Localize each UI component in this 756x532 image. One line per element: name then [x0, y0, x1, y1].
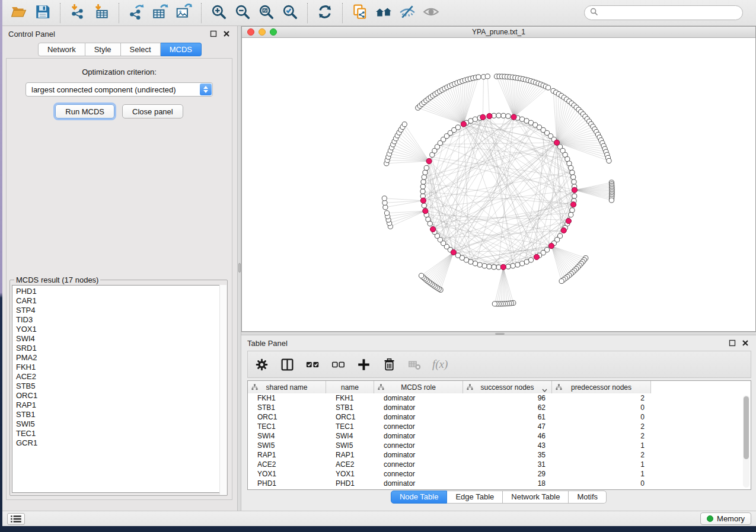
- graph-mcds-node[interactable]: [487, 113, 492, 118]
- graph-node[interactable]: [492, 265, 496, 270]
- mcds-list-scrollbar[interactable]: [219, 285, 227, 495]
- graph-node[interactable]: [570, 208, 575, 213]
- search-box[interactable]: [584, 5, 743, 20]
- mcds-result-item[interactable]: YOX1: [16, 325, 225, 334]
- graph-node[interactable]: [546, 85, 550, 90]
- column-header-predecessor-nodes[interactable]: predecessor nodes: [552, 381, 651, 393]
- mcds-result-item[interactable]: STB5: [16, 382, 225, 391]
- mcds-result-item[interactable]: FKH1: [16, 363, 225, 372]
- mcds-result-item[interactable]: ACE2: [16, 372, 225, 382]
- graph-node[interactable]: [382, 196, 387, 201]
- graph-node[interactable]: [473, 117, 477, 121]
- tab-select[interactable]: Select: [121, 43, 161, 56]
- graph-node[interactable]: [572, 194, 577, 198]
- graph-node[interactable]: [569, 165, 573, 170]
- graph-node[interactable]: [607, 158, 611, 163]
- network-window-titlebar[interactable]: YPA_prune.txt_1: [242, 27, 755, 38]
- table-row[interactable]: SWI5SWI5connector431: [248, 441, 751, 450]
- column-header-shared-name[interactable]: shared name: [248, 381, 326, 393]
- graph-node[interactable]: [473, 261, 477, 266]
- graph-node[interactable]: [487, 264, 492, 269]
- mcds-result-item[interactable]: GCR1: [16, 438, 225, 448]
- graph-node[interactable]: [506, 264, 511, 269]
- graph-node[interactable]: [609, 198, 614, 203]
- table-row[interactable]: YOX1YOX1connector291: [248, 469, 751, 479]
- network-graph[interactable]: [242, 38, 755, 331]
- select-all-icon[interactable]: [305, 357, 320, 372]
- graph-node[interactable]: [559, 278, 564, 283]
- graph-node[interactable]: [569, 212, 573, 217]
- table-row[interactable]: ACE2ACE2connector311: [248, 460, 751, 469]
- table-row[interactable]: RAP1RAP1dominator352: [248, 450, 751, 460]
- graph-mcds-node[interactable]: [500, 264, 506, 270]
- graph-node[interactable]: [482, 264, 487, 268]
- hide-selected-button[interactable]: [395, 2, 419, 24]
- graph-mcds-node[interactable]: [423, 209, 428, 214]
- column-header-mcds-role[interactable]: MCDS role: [374, 381, 463, 393]
- graph-mcds-node[interactable]: [566, 218, 571, 223]
- mcds-result-item[interactable]: ORC1: [16, 391, 225, 400]
- float-panel-icon[interactable]: [209, 29, 218, 39]
- mcds-result-item[interactable]: CAR1: [16, 296, 225, 306]
- open-file-button[interactable]: [7, 2, 31, 24]
- vertical-splitter[interactable]: [237, 26, 241, 511]
- graph-node[interactable]: [426, 217, 430, 222]
- column-header-name[interactable]: name: [326, 381, 374, 393]
- graph-node[interactable]: [455, 125, 460, 130]
- graph-mcds-node[interactable]: [570, 202, 576, 207]
- graph-node[interactable]: [422, 175, 426, 180]
- show-all-button[interactable]: [419, 2, 443, 24]
- table-row[interactable]: PHD1PHD1dominator180: [248, 479, 751, 488]
- graph-node[interactable]: [468, 118, 473, 123]
- tab-node-table[interactable]: Node Table: [391, 491, 448, 504]
- mcds-result-item[interactable]: STP4: [16, 306, 225, 315]
- delete-column-icon[interactable]: [381, 357, 397, 372]
- graph-node[interactable]: [421, 180, 426, 184]
- table-row[interactable]: STB1STB1dominator620: [248, 403, 751, 412]
- tab-motifs[interactable]: Motifs: [569, 491, 607, 504]
- gear-icon[interactable]: [254, 357, 269, 372]
- graph-node[interactable]: [506, 114, 511, 118]
- graph-node[interactable]: [420, 184, 425, 189]
- graph-node[interactable]: [511, 264, 515, 268]
- graph-node[interactable]: [402, 122, 407, 127]
- graph-mcds-node[interactable]: [420, 198, 426, 203]
- mcds-result-item[interactable]: PHD1: [16, 287, 225, 296]
- graph-node[interactable]: [476, 75, 481, 79]
- mcds-result-item[interactable]: TEC1: [16, 429, 225, 438]
- table-row[interactable]: SWI4SWI4dominator462: [248, 431, 751, 441]
- graph-mcds-node[interactable]: [511, 114, 516, 120]
- close-panel-icon[interactable]: [741, 338, 750, 348]
- export-image-button[interactable]: [172, 2, 196, 24]
- network-canvas[interactable]: [242, 38, 755, 331]
- mcds-result-item[interactable]: RAP1: [16, 400, 225, 410]
- first-neighbors-button[interactable]: [372, 2, 395, 24]
- graph-mcds-node[interactable]: [561, 227, 566, 233]
- zoom-selected-button[interactable]: [278, 2, 302, 24]
- graph-node[interactable]: [420, 189, 425, 194]
- save-session-button[interactable]: [31, 2, 55, 24]
- graph-node[interactable]: [485, 74, 490, 79]
- scrollbar-thumb[interactable]: [744, 396, 749, 459]
- optimization-criterion-select[interactable]: largest connected component (undirected): [25, 82, 213, 97]
- import-table-button[interactable]: [90, 2, 113, 24]
- graph-node[interactable]: [567, 161, 572, 166]
- graph-node[interactable]: [524, 259, 529, 264]
- graph-node[interactable]: [515, 262, 520, 267]
- float-panel-icon[interactable]: [728, 338, 737, 348]
- graph-node[interactable]: [424, 165, 429, 170]
- zoom-fit-button[interactable]: [254, 2, 278, 24]
- graph-mcds-node[interactable]: [548, 243, 554, 248]
- zoom-out-button[interactable]: [231, 2, 254, 24]
- graph-mcds-node[interactable]: [451, 249, 456, 255]
- mcds-result-item[interactable]: PMA2: [16, 353, 225, 363]
- graph-node[interactable]: [501, 113, 506, 118]
- graph-node[interactable]: [519, 261, 524, 266]
- table-row[interactable]: FKH1FKH1dominator962: [248, 393, 751, 403]
- graph-mcds-node[interactable]: [461, 121, 466, 127]
- tab-mcds[interactable]: MCDS: [161, 43, 202, 56]
- mcds-result-item[interactable]: SRD1: [16, 344, 225, 353]
- close-panel-icon[interactable]: [222, 29, 231, 39]
- graph-node[interactable]: [496, 113, 501, 118]
- graph-mcds-node[interactable]: [554, 140, 559, 145]
